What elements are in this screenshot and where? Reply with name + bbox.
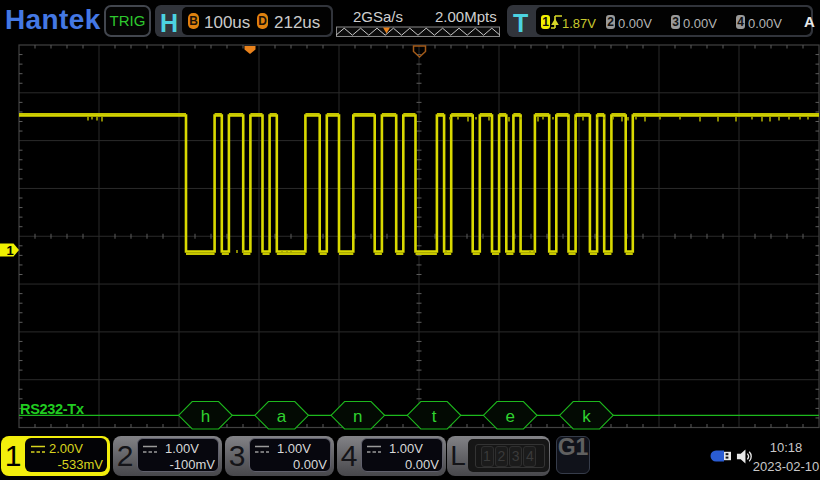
svg-text:RS232-Tx: RS232-Tx: [20, 401, 84, 417]
svg-text:e: e: [505, 407, 514, 426]
svg-text:t: t: [432, 407, 437, 426]
svg-text:k: k: [582, 407, 591, 426]
svg-text:h: h: [201, 407, 210, 426]
svg-text:n: n: [353, 407, 362, 426]
svg-text:1: 1: [7, 243, 14, 258]
svg-text:a: a: [277, 407, 287, 426]
